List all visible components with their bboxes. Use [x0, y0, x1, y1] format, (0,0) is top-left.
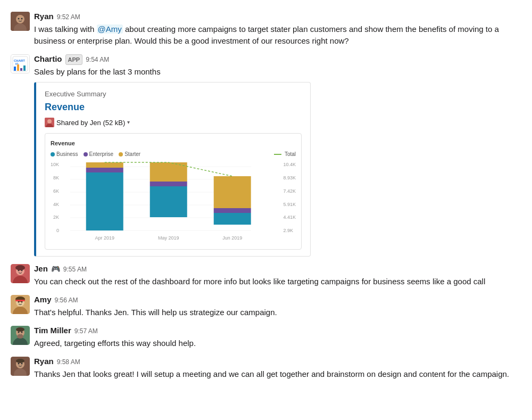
- legend-label-business: Business: [56, 151, 78, 159]
- bar-jun-enterprise: [214, 208, 251, 213]
- y-label-right: 5.91K: [283, 201, 296, 208]
- chart-card[interactable]: Executive Summary Revenue Shared by Jen …: [34, 82, 311, 257]
- timestamp: 9:52 AM: [57, 13, 80, 22]
- legend-label-total: Total: [285, 151, 296, 159]
- message-header: Tim Miller 9:57 AM: [34, 325, 521, 336]
- bar-jun-business: [214, 213, 251, 225]
- y-label-right: 4.41K: [283, 214, 296, 221]
- legend-dot-starter: [119, 152, 123, 157]
- message-text: Agreed, targeting efforts this way shoul…: [34, 337, 521, 349]
- legend-dot-business: [51, 152, 55, 157]
- legend-label-enterprise: Enterprise: [89, 151, 114, 159]
- message-group-jen: Jen 🎮 9:55 AM You can check out the rest…: [0, 261, 532, 290]
- timestamp: 9:57 AM: [74, 327, 98, 336]
- y-label-right: 7.42K: [283, 188, 296, 195]
- shared-by-text: Shared by Jen (52 kB): [56, 118, 125, 128]
- sender-name: Jen: [34, 263, 48, 275]
- chart-svg: Apr 2019 May 2019 Jun 2019: [61, 161, 281, 244]
- sender-name: Ryan: [34, 11, 54, 22]
- card-section-title: Executive Summary: [45, 89, 302, 99]
- amy-avatar-icon: [11, 295, 30, 314]
- ryan-avatar-2-icon: [11, 357, 30, 376]
- dropdown-arrow-icon[interactable]: ▾: [127, 119, 130, 127]
- message-text: Thanks Jen that looks great! I will setu…: [34, 368, 521, 380]
- bar-apr-business: [86, 172, 123, 230]
- message-group-chartio: CHART IO Chartio APP 9:54 AM Sales by pl…: [0, 51, 532, 259]
- x-label-jun: Jun 2019: [222, 235, 242, 241]
- mention-amy[interactable]: @Amy: [97, 24, 123, 34]
- jen-avatar-small: [45, 118, 54, 127]
- chartio-avatar: CHART IO: [11, 54, 30, 73]
- svg-point-39: [21, 332, 23, 333]
- y-label: 4K: [51, 201, 59, 208]
- timestamp: 9:56 AM: [55, 296, 78, 306]
- jen-avatar-icon: [11, 264, 30, 283]
- y-label: 6K: [51, 188, 59, 195]
- svg-rect-10: [17, 64, 19, 71]
- bar-may-business: [150, 186, 187, 217]
- x-label-may: May 2019: [158, 235, 179, 241]
- svg-point-40: [17, 334, 23, 339]
- jen-small-icon: [45, 118, 54, 127]
- avatar: [11, 12, 30, 31]
- jen-avatar: [11, 264, 30, 283]
- x-label-apr: Apr 2019: [95, 235, 114, 241]
- sender-name: Ryan: [34, 356, 54, 367]
- svg-point-47: [16, 359, 24, 363]
- bar-apr-enterprise: [86, 168, 123, 172]
- sender-name: Chartio: [34, 53, 62, 65]
- bar-may-starter: [150, 162, 187, 182]
- card-title[interactable]: Revenue: [45, 100, 302, 114]
- timestamp: 9:58 AM: [57, 358, 80, 367]
- chartio-message-content: Chartio APP 9:54 AM Sales by plans for t…: [34, 53, 521, 257]
- y-label-right: 8.93K: [283, 175, 296, 182]
- legend-total: Total: [274, 151, 296, 159]
- svg-point-14: [47, 119, 52, 123]
- jen-emoji-icon: 🎮: [51, 263, 60, 275]
- app-badge: APP: [65, 54, 83, 65]
- legend-dot-enterprise: [84, 152, 88, 157]
- legend-enterprise: Enterprise: [84, 151, 114, 159]
- message-header: Chartio APP 9:54 AM: [34, 53, 521, 65]
- sender-name: Amy: [34, 294, 52, 306]
- ryan2-message-content: Ryan 9:58 AM Thanks Jen that looks great…: [34, 356, 521, 380]
- message-content: Ryan 9:52 AM I was talking with @Amy abo…: [34, 11, 521, 47]
- legend-label-starter: Starter: [124, 151, 140, 159]
- svg-point-38: [18, 332, 20, 333]
- svg-rect-34: [15, 300, 25, 301]
- shared-by-row: Shared by Jen (52 kB) ▾: [45, 118, 302, 128]
- timestamp: 9:54 AM: [86, 55, 109, 65]
- amy-message-content: Amy 9:56 AM That's helpful. Thanks Jen. …: [34, 294, 521, 318]
- jen-message-content: Jen 🎮 9:55 AM You can check out the rest…: [34, 263, 521, 287]
- legend-starter: Starter: [119, 151, 140, 159]
- tim-avatar-icon: [11, 326, 30, 345]
- amy-avatar: [11, 295, 30, 314]
- message-header: Ryan 9:58 AM: [34, 356, 521, 367]
- legend-business: Business: [51, 151, 78, 159]
- message-group-ryan-2: Ryan 9:58 AM Thanks Jen that looks great…: [0, 353, 532, 382]
- svg-point-27: [15, 265, 25, 270]
- svg-point-46: [21, 363, 23, 365]
- ryan-avatar-icon: [11, 12, 30, 31]
- timestamp: 9:55 AM: [63, 265, 87, 275]
- y-axis-right: 10.4K 8.93K 7.42K 5.91K 4.41K 2.9K: [281, 161, 296, 244]
- tim-message-content: Tim Miller 9:57 AM Agreed, targeting eff…: [34, 325, 521, 349]
- bar-apr-starter: [86, 162, 123, 168]
- message-text: You can check out the rest of the dashbo…: [34, 276, 521, 287]
- message-text: That's helpful. Thanks Jen. This will he…: [34, 307, 521, 318]
- message-header: Ryan 9:52 AM: [34, 11, 521, 22]
- svg-point-45: [18, 363, 20, 365]
- chart-legend: Business Enterprise Starter Total: [51, 151, 296, 159]
- message-group-tim: Tim Miller 9:57 AM Agreed, targeting eff…: [0, 323, 532, 351]
- message-group-ryan-1: Ryan 9:52 AM I was talking with @Amy abo…: [0, 9, 532, 49]
- revenue-chart: Revenue Business Enterprise Starter: [45, 133, 302, 250]
- svg-rect-11: [20, 68, 22, 71]
- tim-avatar: [11, 326, 30, 345]
- y-label: 0: [51, 227, 59, 234]
- chart-body: 10K 8K 6K 4K 2K 0: [51, 161, 296, 244]
- svg-point-41: [16, 327, 24, 332]
- chart-title: Revenue: [51, 139, 296, 147]
- bar-jun-starter: [214, 176, 251, 208]
- chartio-logo-icon: CHART IO: [11, 55, 29, 73]
- y-label-right: 10.4K: [283, 161, 296, 168]
